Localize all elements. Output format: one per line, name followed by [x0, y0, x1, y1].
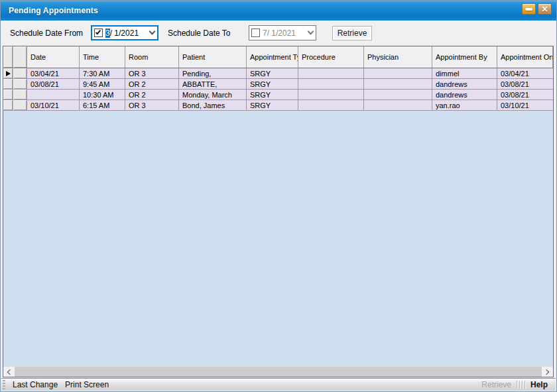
minimize-icon: [525, 8, 532, 11]
cell-procedure[interactable]: [298, 100, 364, 111]
title-bar[interactable]: Pending Appointments ✕: [1, 1, 556, 21]
row-select-header: [13, 46, 27, 68]
chevron-right-icon: [544, 369, 549, 374]
cell-time[interactable]: 10:30 AM: [80, 90, 125, 100]
schedule-date-to-checkbox[interactable]: [251, 29, 260, 37]
cell-time[interactable]: 7:30 AM: [80, 68, 125, 79]
status-bar: Last Change Print Screen Retrieve Help: [1, 378, 556, 391]
scrollbar-thumb[interactable]: [15, 367, 542, 377]
cell-appointment-on[interactable]: 03/04/21: [497, 68, 553, 79]
column-header-physician[interactable]: Physician: [364, 46, 432, 68]
cell-patient[interactable]: Pending,: [179, 68, 247, 79]
column-header-appointment-type[interactable]: Appointment Type: [247, 46, 298, 68]
column-header-procedure[interactable]: Procedure: [298, 46, 364, 68]
last-change-button[interactable]: Last Change: [13, 380, 58, 389]
cell-date[interactable]: [27, 90, 80, 100]
cell-appointment-type[interactable]: SRGY: [247, 100, 298, 111]
cell-date[interactable]: 03/04/21: [27, 68, 80, 79]
cell-date[interactable]: 03/08/21: [27, 79, 80, 90]
minimize-button[interactable]: [522, 3, 536, 15]
column-header-patient[interactable]: Patient: [179, 46, 247, 68]
schedule-date-from-picker[interactable]: 3/ 1/2021: [91, 25, 158, 40]
statusbar-separators: [517, 381, 525, 389]
retrieve-status-button[interactable]: Retrieve: [481, 380, 511, 389]
cell-time[interactable]: 6:15 AM: [80, 100, 125, 111]
cell-patient[interactable]: Bond, James: [179, 100, 247, 111]
table-row[interactable]: 03/04/21 7:30 AM OR 3 Pending, SRGY dimm…: [3, 68, 553, 79]
column-header-room[interactable]: Room: [125, 46, 179, 68]
chevron-left-icon: [7, 369, 13, 374]
column-header-time[interactable]: Time: [80, 46, 125, 68]
row-select-cell[interactable]: [13, 100, 27, 111]
cell-appointment-on[interactable]: 03/08/21: [497, 79, 553, 90]
cell-procedure[interactable]: [298, 90, 364, 100]
help-button[interactable]: Help: [530, 380, 548, 389]
cell-appointment-type[interactable]: SRGY: [247, 68, 298, 79]
schedule-date-to-picker[interactable]: 7/ 1/2021: [249, 25, 316, 40]
row-indicator-cell[interactable]: [3, 68, 13, 79]
grid-header-row: Date Time Room Patient Appointment Type …: [3, 46, 553, 68]
filter-toolbar: Schedule Date From 3/ 1/2021 Schedule Da…: [1, 21, 556, 45]
column-header-date[interactable]: Date: [27, 46, 80, 68]
cell-appointment-type[interactable]: SRGY: [247, 90, 298, 100]
cell-physician[interactable]: [364, 100, 432, 111]
cell-patient[interactable]: ABBATTE,: [179, 79, 247, 90]
cell-procedure[interactable]: [298, 68, 364, 79]
cell-appointment-by[interactable]: dandrews: [432, 90, 497, 100]
cell-procedure[interactable]: [298, 79, 364, 90]
cell-room[interactable]: OR 3: [125, 68, 179, 79]
cell-appointment-by[interactable]: yan.rao: [432, 100, 497, 111]
row-select-cell[interactable]: [13, 79, 27, 90]
current-row-indicator-icon: [6, 71, 11, 76]
horizontal-scrollbar[interactable]: [3, 366, 553, 377]
row-indicator-cell[interactable]: [3, 79, 13, 90]
schedule-date-to-label: Schedule Date To: [168, 29, 241, 38]
print-screen-button[interactable]: Print Screen: [65, 380, 109, 389]
row-indicator-cell[interactable]: [3, 100, 13, 111]
cell-physician[interactable]: [364, 68, 432, 79]
check-icon: [95, 29, 101, 35]
row-indicator-header: [3, 46, 13, 68]
row-select-cell[interactable]: [13, 90, 27, 100]
table-row[interactable]: 03/08/21 9:45 AM OR 2 ABBATTE, SRGY dand…: [3, 79, 553, 90]
scroll-right-button[interactable]: [542, 367, 553, 377]
column-header-appointment-by[interactable]: Appointment By: [432, 46, 497, 68]
schedule-date-from-value[interactable]: 3/ 1/2021: [105, 29, 150, 38]
cell-time[interactable]: 9:45 AM: [80, 79, 125, 90]
cell-appointment-type[interactable]: SRGY: [247, 79, 298, 90]
cell-room[interactable]: OR 2: [125, 90, 179, 100]
cell-appointment-by[interactable]: dandrews: [432, 79, 497, 90]
chevron-down-icon[interactable]: [149, 29, 156, 35]
cell-physician[interactable]: [364, 90, 432, 100]
cell-appointment-on[interactable]: 03/10/21: [497, 100, 553, 111]
cell-appointment-by[interactable]: dimmel: [432, 68, 497, 79]
cell-appointment-on[interactable]: 03/08/21: [497, 90, 553, 100]
row-select-cell[interactable]: [13, 68, 27, 79]
column-header-appointment-on[interactable]: Appointment On: [497, 46, 553, 68]
chevron-down-icon[interactable]: [308, 29, 314, 35]
table-row[interactable]: 03/10/21 6:15 AM OR 3 Bond, James SRGY y…: [3, 100, 553, 111]
schedule-date-from-label: Schedule Date From: [10, 29, 83, 38]
pending-appointments-window: Pending Appointments ✕ Schedule Date Fro…: [0, 0, 557, 392]
retrieve-button[interactable]: Retrieve: [332, 26, 372, 40]
cell-patient[interactable]: Monday, March: [179, 90, 247, 100]
window-controls: ✕: [522, 3, 552, 15]
scroll-left-button[interactable]: [3, 367, 15, 377]
schedule-date-to-value[interactable]: 7/ 1/2021: [263, 29, 308, 38]
cell-room[interactable]: OR 2: [125, 79, 179, 90]
cell-date[interactable]: 03/10/21: [27, 100, 80, 111]
appointments-grid: Date Time Room Patient Appointment Type …: [3, 46, 554, 377]
window-title: Pending Appointments: [9, 6, 98, 15]
schedule-date-from-checkbox[interactable]: [94, 29, 103, 37]
table-row[interactable]: 10:30 AM OR 2 Monday, March SRGY dandrew…: [3, 90, 553, 100]
statusbar-grip: [3, 380, 5, 389]
scrollbar-track[interactable]: [15, 367, 542, 377]
row-indicator-cell[interactable]: [3, 90, 13, 100]
cell-room[interactable]: OR 3: [125, 100, 179, 111]
close-button[interactable]: ✕: [538, 3, 552, 15]
cell-physician[interactable]: [364, 79, 432, 90]
close-icon: ✕: [541, 5, 548, 13]
